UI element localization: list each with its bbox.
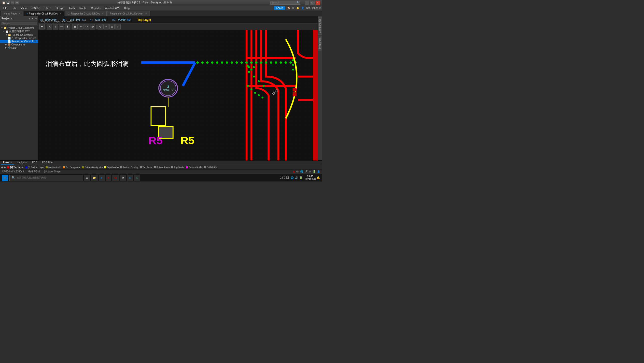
notification-icon[interactable]: 🔔 <box>296 7 299 9</box>
layer-drill[interactable]: Drill Guide <box>204 166 217 168</box>
tab-schdoc[interactable]: [1] Responder Circuit.SchDoc ✕ <box>65 11 106 16</box>
tree-schdoc[interactable]: 📄 [1] Responder Circuit.! <box>0 36 38 40</box>
save-icon[interactable]: 💾 <box>6 1 10 4</box>
taskbar-search[interactable]: 🔍 <box>9 174 83 181</box>
menu-place[interactable]: Place <box>43 6 54 10</box>
menu-edit[interactable]: Edit <box>10 6 18 10</box>
close-button[interactable]: ✕ <box>316 1 320 5</box>
layer-bot-solder[interactable]: Bottom Solder <box>186 166 203 168</box>
svg-point-19 <box>274 62 277 64</box>
filter-tool[interactable]: ▼ <box>39 24 45 30</box>
file-icon[interactable]: 📋 <box>2 1 6 4</box>
y-coord: y: 3150.000 dy: 0.000 mil <box>90 18 132 21</box>
menu-tools[interactable]: Tools <box>66 6 77 10</box>
menu-view[interactable]: View <box>19 6 29 10</box>
pcb-content[interactable]: R5 R5 2 NetQ1_2 GND <box>38 30 318 160</box>
taskbar-app1[interactable]: ◎ <box>127 174 133 181</box>
volume-icon[interactable]: 🔊 <box>295 176 298 179</box>
layer-top[interactable]: [1] Top Layer <box>7 166 24 168</box>
taskbar-app2[interactable]: ⬡ <box>134 174 140 181</box>
wire-tool[interactable]: 〰 <box>59 24 64 30</box>
right-tab-properties[interactable]: Properties <box>318 36 322 50</box>
layer-bot-des[interactable]: Bottom Designator <box>82 166 103 168</box>
panel-close-icon[interactable]: ✕ <box>29 17 31 20</box>
taskbar-altium[interactable]: A <box>106 174 111 181</box>
undo-icon[interactable]: ↩ <box>11 1 14 4</box>
tab-htmdoc[interactable]: Responder Circuit.PcbDocHtm ✕ <box>107 11 150 16</box>
tree-pcbdoc[interactable]: 📄 Responder Circuit.Pcb <box>0 40 38 43</box>
upload-tool[interactable]: ⬆ <box>64 24 70 30</box>
svg-rect-45 <box>313 30 318 160</box>
menu-window[interactable]: Window (W) <box>103 6 122 10</box>
net-tool[interactable]: ⊙ <box>98 24 103 30</box>
tab-home-close[interactable]: ✕ <box>19 12 21 15</box>
settings-icon[interactable]: ⚙ <box>292 7 294 9</box>
user-icon[interactable]: 👤 <box>301 7 304 9</box>
notification-tray[interactable]: 🔔 <box>316 176 320 179</box>
taskbar-acrobat[interactable]: Ac <box>112 174 119 181</box>
canvas-area[interactable]: x: 5900.000 dx: -150.000 mil y: 3150.000… <box>38 16 318 160</box>
menu-help[interactable]: Help <box>122 6 132 10</box>
battery-tray-icon[interactable]: 🔋 <box>300 176 302 179</box>
network-tray-icon[interactable]: 🌐 <box>290 176 294 179</box>
layer-top-des[interactable]: Top Designator <box>63 166 80 168</box>
panel-search-input[interactable] <box>1 22 37 25</box>
layer-top-paste[interactable]: Top Paste <box>140 166 152 168</box>
panel-tab-filter[interactable]: PCB Filter <box>40 161 56 164</box>
tree-project[interactable]: ▼ 📋 抢答器电路.PrjPCB <box>0 30 38 34</box>
layer-prev[interactable]: ◀ <box>1 166 3 168</box>
fill-tool[interactable]: ■ <box>72 24 78 30</box>
menu-reports[interactable]: Reports <box>89 6 102 10</box>
taskbar-explorer[interactable]: 📁 <box>91 174 98 181</box>
add-tool[interactable]: + <box>53 24 58 30</box>
route-tool[interactable]: ⌁ <box>104 24 109 30</box>
taskbar-search-input[interactable] <box>17 176 81 179</box>
layer-top-solder[interactable]: Top Solder <box>171 166 184 168</box>
menu-file[interactable]: File <box>1 6 9 10</box>
via-tool[interactable]: ⊕ <box>90 24 95 30</box>
tree-components[interactable]: ▶ 📦 Components <box>0 43 38 46</box>
restore-button[interactable]: ❐ <box>310 1 315 5</box>
panel-tab-projects[interactable]: Projects <box>1 161 14 164</box>
tree-source-docs[interactable]: ▼ 📂 Source Documents <box>0 34 38 36</box>
layer-bottom[interactable]: [2] Bottom Layer <box>25 166 44 168</box>
taskbar-settings[interactable]: ⚙ <box>120 174 126 181</box>
panel-menu-icon[interactable]: ▼ <box>32 17 34 20</box>
tab-pcbdoc-close[interactable]: ✕ <box>60 12 62 15</box>
arc-tool[interactable]: ◠ <box>84 24 90 30</box>
start-button[interactable]: ⊞ <box>2 174 8 181</box>
tab-schdoc-close[interactable]: ✕ <box>102 12 104 15</box>
text-tool[interactable]: A <box>109 24 115 30</box>
home-icon[interactable]: 🏠 <box>287 7 290 9</box>
select-tool[interactable]: ↖ <box>47 24 52 30</box>
layer-next[interactable]: ▶ <box>4 166 6 168</box>
panel-refresh-icon[interactable]: ↻ <box>35 17 36 20</box>
layer-mech1[interactable]: Mechanical 1 <box>46 166 62 168</box>
windows-icon: ⊞ <box>4 176 7 180</box>
right-tab-components[interactable]: Components <box>318 18 322 35</box>
layer-bot-paste[interactable]: Bottom Paste <box>154 166 170 168</box>
menu-route[interactable]: Route <box>77 6 88 10</box>
tree-nets[interactable]: ▶ 🔗 Nets <box>0 46 38 49</box>
menu-gongcheng[interactable]: 工程(C) <box>29 6 42 10</box>
layer-bar: ◀ ▶ [1] Top Layer [2] Bottom Layer Mecha… <box>0 165 322 169</box>
taskbar-edge[interactable]: ◈ <box>99 174 105 181</box>
panel-tab-navigator[interactable]: Navigator <box>15 161 29 164</box>
menu-design[interactable]: Design <box>54 6 66 10</box>
tab-pcbdoc[interactable]: ● Responder Circuit.PcbDoc ✕ <box>24 11 64 16</box>
layer-bot-ov[interactable]: Bottom Overlay <box>120 166 138 168</box>
clock[interactable]: 23:48 2021/6/23 <box>305 175 316 180</box>
redo-icon[interactable]: ↪ <box>15 1 19 4</box>
tree-project-group[interactable]: ▼ 📁 Project Group 1.DsnWrk <box>0 26 38 30</box>
cut-tool[interactable]: ✂ <box>78 24 84 30</box>
layer-top-ov[interactable]: Top Overlay <box>104 166 119 168</box>
minimize-button[interactable]: – <box>305 1 309 5</box>
title-search-input[interactable] <box>270 1 300 5</box>
tab-htmdoc-close[interactable]: ✕ <box>145 12 147 15</box>
signin-label[interactable]: Not Signed In <box>306 7 321 9</box>
taskbar-taskview[interactable]: ⊡ <box>84 174 90 181</box>
drc-tool[interactable]: ✓ <box>115 24 120 30</box>
tab-home[interactable]: Home Page ✕ <box>1 11 23 16</box>
share-button[interactable]: Share <box>274 6 286 10</box>
panel-tab-pcb[interactable]: PCB <box>30 161 39 164</box>
